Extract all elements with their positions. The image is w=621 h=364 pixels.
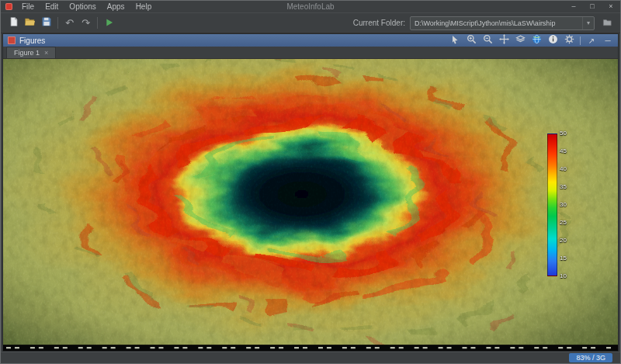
- tab-figure-1[interactable]: Figure 1 ×: [6, 47, 56, 58]
- chevron-down-icon[interactable]: ▾: [582, 17, 594, 29]
- tab-label: Figure 1: [14, 49, 40, 57]
- pointer-button[interactable]: [449, 35, 460, 46]
- zoom-in-button[interactable]: [466, 35, 477, 46]
- menu-options[interactable]: Options: [64, 1, 101, 12]
- colorbar-tick: 20: [560, 237, 574, 244]
- toolbar-divider: [57, 17, 58, 29]
- colorbar-tick: 45: [560, 148, 574, 154]
- float-window-button[interactable]: ↗: [586, 35, 597, 46]
- figures-panel-header: Figures ↗ ─: [3, 34, 618, 47]
- run-script-button[interactable]: [101, 15, 117, 31]
- colorbar: [547, 133, 557, 276]
- figures-panel: Figures ↗ ─ Figure 1 ×: [2, 33, 619, 352]
- current-folder-label: Current Folder:: [353, 19, 405, 27]
- current-folder-path: D:\Working\MIScript\Jython\mis\LaSW\airs…: [411, 19, 582, 27]
- meteoinfolab-window: File Edit Options Apps Help MeteoInfoLab…: [0, 0, 621, 364]
- minimize-panel-icon: ─: [605, 36, 610, 46]
- tab-close-icon[interactable]: ×: [44, 50, 48, 57]
- figures-panel-icon: [8, 36, 16, 44]
- pointer-icon: [450, 33, 460, 47]
- save-button[interactable]: [38, 15, 54, 31]
- browse-folder-button[interactable]: [599, 15, 616, 31]
- titlebar: File Edit Options Apps Help MeteoInfoLab…: [1, 1, 620, 13]
- info-icon: [548, 33, 558, 47]
- zoom-in-icon: [467, 33, 477, 47]
- open-folder-icon: [24, 16, 36, 30]
- current-folder-combobox[interactable]: D:\Working\MIScript\Jython\mis\LaSW\airs…: [410, 16, 595, 30]
- minimize-button[interactable]: –: [564, 1, 583, 12]
- toolbar-divider: [97, 17, 98, 29]
- new-script-button[interactable]: [5, 15, 22, 31]
- colorbar-tick: 35: [560, 184, 574, 190]
- colorbar-tick: 40: [560, 166, 574, 172]
- colorbar-tick: 15: [560, 255, 574, 262]
- float-icon: ↗: [588, 36, 595, 46]
- zoom-out-button[interactable]: [482, 35, 493, 46]
- colorbar-tick: 25: [560, 220, 574, 226]
- globe-icon: [532, 33, 542, 47]
- pan-icon: [499, 33, 509, 47]
- settings-button[interactable]: [564, 35, 574, 46]
- redo-icon: ↷: [82, 18, 90, 28]
- window-controls: – □ ×: [564, 1, 620, 12]
- main-toolbar: ↶ ↷ Current Folder: D:\Working\MIScript\…: [1, 13, 620, 33]
- new-file-icon: [9, 16, 19, 30]
- pan-button[interactable]: [498, 35, 509, 46]
- run-icon: [105, 16, 114, 30]
- menu-file[interactable]: File: [16, 1, 40, 12]
- redo-button[interactable]: ↷: [78, 15, 94, 31]
- menu-help[interactable]: Help: [130, 1, 158, 12]
- browse-folder-icon: [602, 16, 612, 30]
- figure-area: 50 45 40 35 30 25 20 15 10: [3, 59, 618, 351]
- menu-edit[interactable]: Edit: [40, 1, 64, 12]
- colorbar-labels: 50 45 40 35 30 25 20 15 10: [560, 130, 574, 279]
- menu-apps[interactable]: Apps: [102, 1, 130, 12]
- open-file-button[interactable]: [22, 15, 38, 31]
- maximize-button[interactable]: □: [583, 1, 602, 12]
- current-folder-group: Current Folder: D:\Working\MIScript\Jyth…: [353, 15, 616, 31]
- figure-toolbar-divider: [580, 36, 581, 45]
- figure-toolbar: ↗ ─: [449, 35, 613, 46]
- figures-panel-title: Figures: [19, 36, 45, 45]
- gear-icon: [564, 33, 574, 47]
- colorbar-tick: 50: [560, 130, 574, 137]
- colorbar-tick: 10: [560, 273, 574, 279]
- statusbar: 83% / 3G: [1, 352, 620, 363]
- minimize-panel-button[interactable]: ─: [602, 35, 613, 46]
- undo-button[interactable]: ↶: [61, 15, 78, 31]
- globe-button[interactable]: [531, 35, 542, 46]
- colorbar-tick: 30: [560, 202, 574, 208]
- undo-icon: ↶: [65, 18, 74, 28]
- save-disk-icon: [41, 16, 52, 30]
- memory-indicator[interactable]: 83% / 3G: [569, 353, 612, 362]
- layers-icon: [515, 33, 526, 47]
- zoom-out-icon: [483, 33, 493, 47]
- info-button[interactable]: [547, 35, 558, 46]
- app-logo-icon: [5, 3, 12, 10]
- figure-tabbar: Figure 1 ×: [3, 47, 618, 59]
- close-button[interactable]: ×: [602, 1, 620, 12]
- layers-button[interactable]: [515, 35, 526, 46]
- storm-visualization[interactable]: [3, 59, 618, 351]
